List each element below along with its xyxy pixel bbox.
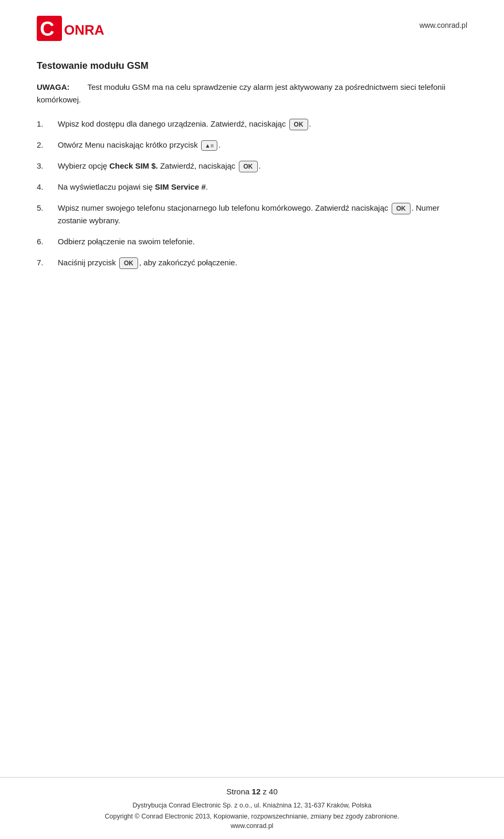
step-list: 1. Wpisz kod dostępu dla danego urządzen… <box>37 118 467 269</box>
step-number: 3. <box>37 160 58 172</box>
step-number: 1. <box>37 118 58 130</box>
step-number: 6. <box>37 235 58 248</box>
intro-label: UWAGA: <box>37 82 70 91</box>
company-info: Dystrybucja Conrad Electronic Sp. z o.o.… <box>37 800 467 823</box>
current-page: 12 <box>252 787 261 796</box>
step-number: 5. <box>37 202 58 214</box>
step-number: 2. <box>37 139 58 151</box>
step-text: Wybierz opcję Check SIM $. Zatwierdź, na… <box>58 160 467 172</box>
step-text: Na wyświetlaczu pojawi się SIM Service #… <box>58 181 467 193</box>
page-footer: Strona 12 z 40 Dystrybucja Conrad Electr… <box>0 777 504 840</box>
step-item: 6. Odbierz połączenie na swoim telefonie… <box>37 235 467 248</box>
step-item: 5. Wpisz numer swojego telefonu stacjona… <box>37 202 467 227</box>
page-header: C ONRAD www.conrad.pl <box>37 16 467 45</box>
step-text: Odbierz połączenie na swoim telefonie. <box>58 235 467 248</box>
menu-button-inline: ▲≡ <box>201 140 217 151</box>
section-title: Testowanie modułu GSM <box>37 60 467 71</box>
step-item: 2. Otwórz Menu naciskając krótko przycis… <box>37 139 467 151</box>
ok-button-inline: OK <box>119 257 138 269</box>
page-number: Strona 12 z 40 <box>37 787 467 796</box>
intro-text: Test modułu GSM ma na celu sprawdzenie c… <box>37 82 445 104</box>
svg-text:C: C <box>40 18 54 40</box>
step-text: Wpisz numer swojego telefonu stacjonarne… <box>58 202 467 227</box>
ok-button-inline: OK <box>289 119 308 130</box>
copyright-line: Copyright © Conrad Electronic 2013, Kopi… <box>105 813 400 820</box>
company-line1: Dystrybucja Conrad Electronic Sp. z o.o.… <box>132 802 371 809</box>
step-number: 4. <box>37 181 58 193</box>
step-item: 7. Naciśnij przycisk OK, aby zakończyć p… <box>37 256 467 269</box>
step-item: 1. Wpisz kod dostępu dla danego urządzen… <box>37 118 467 130</box>
step-text: Naciśnij przycisk OK, aby zakończyć połą… <box>58 256 467 269</box>
step-item: 4. Na wyświetlaczu pojawi się SIM Servic… <box>37 181 467 193</box>
intro-block: UWAGA: Test modułu GSM ma na celu sprawd… <box>37 81 467 106</box>
step-text: Otwórz Menu naciskając krótko przycisk ▲… <box>58 139 467 151</box>
step-item: 3. Wybierz opcję Check SIM $. Zatwierdź,… <box>37 160 467 172</box>
ok-button-inline: OK <box>239 161 258 172</box>
svg-text:ONRAD: ONRAD <box>64 22 105 38</box>
conrad-logo-svg: C ONRAD <box>37 16 105 45</box>
page-text: Strona <box>226 787 251 796</box>
footer-url: www.conrad.pl <box>37 822 467 830</box>
step-number: 7. <box>37 256 58 269</box>
page-sep: z <box>260 787 269 796</box>
total-pages: 40 <box>269 787 278 796</box>
header-url: www.conrad.pl <box>419 21 467 29</box>
ok-button-inline: OK <box>392 203 411 214</box>
step-text: Wpisz kod dostępu dla danego urządzenia.… <box>58 118 467 130</box>
logo: C ONRAD <box>37 16 105 45</box>
